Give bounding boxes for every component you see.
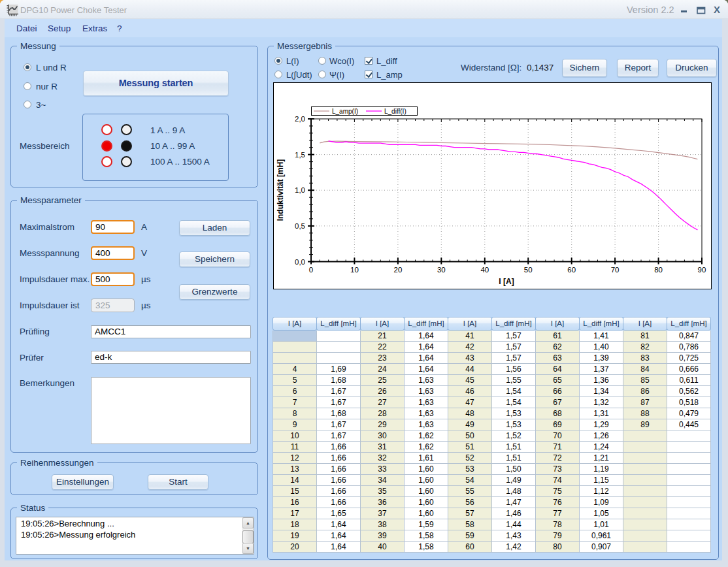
svg-text:70: 70 [611,266,620,274]
svg-text:60: 60 [567,266,576,274]
svg-text:I [A]: I [A] [499,277,514,286]
svg-text:40: 40 [480,266,489,274]
svg-text:Induktivität [mH]: Induktivität [mH] [276,159,285,221]
svg-text:L_amp(I): L_amp(I) [332,108,358,115]
svg-text:80: 80 [654,266,663,274]
svg-text:20: 20 [394,266,403,274]
svg-text:10: 10 [350,266,359,274]
svg-text:L_diff(I): L_diff(I) [384,108,406,115]
svg-text:50: 50 [524,266,533,274]
svg-text:90: 90 [698,266,706,274]
svg-text:2,0: 2,0 [295,115,305,123]
svg-text:0: 0 [309,266,313,274]
svg-text:1,0: 1,0 [295,186,305,194]
svg-text:30: 30 [437,266,446,274]
svg-text:0,0: 0,0 [295,258,305,266]
svg-text:0,5: 0,5 [295,222,305,230]
svg-text:1,5: 1,5 [295,151,305,159]
